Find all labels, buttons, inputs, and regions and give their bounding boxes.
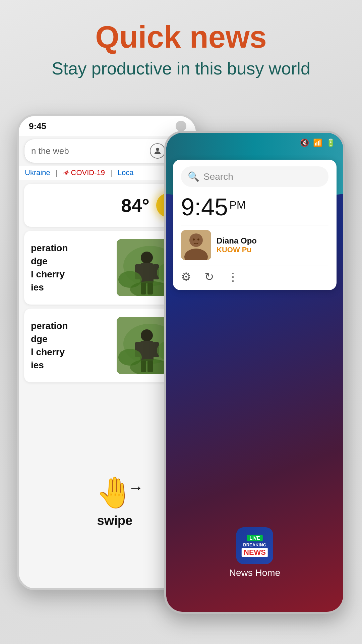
- news-text-badge: NEWS: [242, 548, 268, 557]
- breaking-news-badge[interactable]: LIVE BREAKING NEWS: [236, 527, 273, 564]
- svg-rect-4: [140, 263, 154, 283]
- podcast-avatar: [181, 230, 211, 260]
- swipe-gesture: 🤚 → swipe: [96, 475, 133, 528]
- svg-point-14: [141, 329, 153, 341]
- right-phone: 🔇 📶 🔋 🔍 Search 9:45 PM: [164, 131, 345, 614]
- news-title-1: peration dge l cherry ies: [31, 241, 111, 294]
- settings-icon[interactable]: ⚙: [181, 270, 191, 283]
- wifi-icon: 📶: [313, 139, 322, 147]
- podcast-info: Diana Opo KUOW Pu: [217, 236, 328, 254]
- page-subtitle: Stay productive in this busy world: [0, 57, 362, 80]
- search-icon: 🔍: [188, 171, 199, 182]
- breaking-text: BREAKING: [243, 543, 266, 547]
- widget-search-text: Search: [203, 171, 233, 182]
- widget-time-display: 9:45 PM: [181, 192, 328, 222]
- live-badge: LIVE: [247, 535, 262, 541]
- news-text-2: peration dge l cherry ies: [31, 319, 111, 372]
- news-home-section[interactable]: LIVE BREAKING NEWS News Home: [229, 527, 280, 578]
- header-section: Quick news Stay productive in this busy …: [0, 20, 362, 80]
- topic-local[interactable]: Loca: [118, 168, 134, 177]
- swipe-arrow-icon: →: [128, 478, 143, 496]
- svg-rect-15: [140, 341, 154, 361]
- camera-icon: [176, 121, 186, 131]
- svg-point-24: [189, 233, 203, 247]
- news-home-label: News Home: [229, 568, 280, 578]
- search-text-left: n the web: [31, 146, 150, 156]
- widget-clock: 9:45: [181, 194, 228, 220]
- news-text-1: peration dge l cherry ies: [31, 241, 111, 294]
- podcast-row[interactable]: Diana Opo KUOW Pu: [181, 225, 328, 263]
- widget-controls: ⚙ ↻ ⋮: [181, 266, 328, 283]
- biohazard-icon: ☣: [63, 168, 70, 177]
- widget-more-icon[interactable]: ⋮: [227, 270, 239, 283]
- topic-covid[interactable]: ☣ COVID-19: [63, 168, 105, 177]
- topic-ukraine[interactable]: Ukraine: [25, 168, 50, 177]
- podcast-host-name: Diana Opo: [217, 236, 328, 246]
- volume-off-icon: 🔇: [300, 139, 309, 147]
- battery-icon: 🔋: [326, 139, 335, 147]
- topic-divider2: |: [110, 168, 112, 177]
- widget-card: 🔍 Search 9:45 PM: [173, 160, 337, 290]
- svg-point-26: [193, 238, 195, 240]
- swipe-label: swipe: [97, 514, 133, 528]
- topic-divider: |: [56, 168, 58, 177]
- svg-point-3: [141, 252, 153, 264]
- svg-point-27: [197, 238, 199, 240]
- widget-search-bar[interactable]: 🔍 Search: [181, 166, 328, 187]
- svg-point-0: [156, 148, 159, 151]
- news-title-2: peration dge l cherry ies: [31, 319, 111, 372]
- avatar-button[interactable]: [150, 143, 165, 159]
- widget-ampm: PM: [230, 199, 246, 211]
- page-title: Quick news: [0, 20, 362, 54]
- phones-container: 9:45 n the web ⋮ Ukraine | ☣: [17, 114, 345, 627]
- status-time-left: 9:45: [29, 121, 46, 131]
- weather-temperature: 84°: [121, 195, 149, 216]
- podcast-source: KUOW Pu: [217, 246, 328, 254]
- status-bar-right: 🔇 📶 🔋: [166, 133, 343, 153]
- refresh-icon[interactable]: ↻: [204, 270, 214, 283]
